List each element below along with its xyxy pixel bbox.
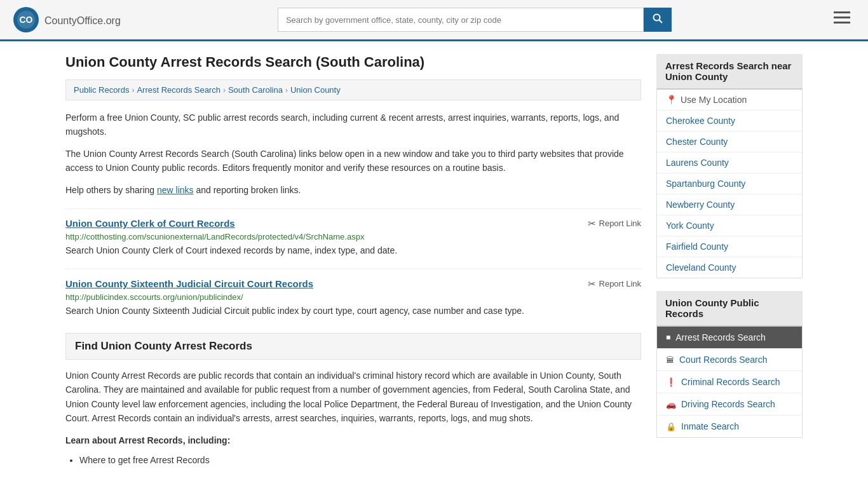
criminal-records-icon: ❗	[666, 377, 676, 387]
sidebar-pr-court-records[interactable]: 🏛 Court Records Search	[657, 349, 802, 371]
record-link-1-url: http://cotthosting.com/scunionexternal/L…	[65, 232, 641, 241]
logo-text: CountyOffice.org	[44, 13, 121, 27]
report-link-button-2[interactable]: ✂ Report Link	[588, 278, 641, 290]
sidebar-pr-driving-records[interactable]: 🚗 Driving Records Search	[657, 393, 802, 416]
sidebar-item-spartanburg-county[interactable]: Spartanburg County	[657, 173, 802, 194]
report-link-button-1[interactable]: ✂ Report Link	[588, 218, 641, 229]
description-para3: Help others by sharing new links and rep…	[65, 183, 641, 197]
breadcrumb: Public Records › Arrest Records Search ›…	[65, 79, 641, 100]
record-link-1-desc: Search Union County Clerk of Court index…	[65, 244, 641, 257]
new-links-link[interactable]: new links	[157, 185, 194, 195]
list-item: Cherokee County	[657, 111, 802, 132]
svg-rect-5	[834, 11, 850, 13]
hamburger-icon	[834, 11, 850, 24]
sidebar-item-cleveland-county[interactable]: Cleveland County	[657, 257, 802, 278]
sidebar-item-york-county[interactable]: York County	[657, 215, 802, 236]
sidebar-nearby-list: 📍 Use My Location Cherokee County Cheste…	[656, 90, 803, 278]
page-title: Union County Arrest Records Search (Sout…	[65, 54, 641, 71]
sidebar-item-chester-county[interactable]: Chester County	[657, 132, 802, 152]
list-item: Laurens County	[657, 152, 802, 173]
report-link-icon-1: ✂	[588, 218, 596, 229]
content-wrapper: Union County Arrest Records Search (Sout…	[53, 41, 815, 480]
sidebar-item-fairfield-county[interactable]: Fairfield County	[657, 236, 802, 257]
record-link-2-title[interactable]: Union County Sixteenth Judicial Circuit …	[65, 278, 313, 289]
svg-rect-6	[834, 17, 850, 18]
breadcrumb-public-records[interactable]: Public Records	[74, 85, 129, 95]
court-records-icon: 🏛	[666, 355, 674, 365]
svg-line-4	[659, 20, 662, 24]
hamburger-button[interactable]	[829, 9, 855, 30]
site-logo-icon: CO	[13, 6, 39, 33]
logo-area: CO CountyOffice.org	[13, 6, 121, 33]
list-item: Cleveland County	[657, 257, 802, 278]
record-link-1: Union County Clerk of Court Records ✂ Re…	[65, 208, 641, 257]
driving-records-icon: 🚗	[666, 400, 676, 409]
list-item: Newberry County	[657, 194, 802, 215]
description-para2: The Union County Arrest Records Search (…	[65, 147, 641, 175]
sidebar-pr-arrest-records[interactable]: ■ Arrest Records Search	[657, 327, 802, 349]
sidebar-public-records-list: ■ Arrest Records Search 🏛 Court Records …	[656, 327, 803, 438]
record-link-2: Union County Sixteenth Judicial Circuit …	[65, 269, 641, 318]
sidebar-item-newberry-county[interactable]: Newberry County	[657, 194, 802, 215]
description-area: Perform a free Union County, SC public a…	[65, 111, 641, 197]
inmate-search-icon: 🔒	[666, 422, 676, 431]
breadcrumb-arrest-records-search[interactable]: Arrest Records Search	[137, 85, 220, 95]
sidebar-public-records-section: Union County Public Records ■ Arrest Rec…	[656, 291, 803, 438]
site-header: CO CountyOffice.org	[0, 0, 868, 41]
pin-icon: 📍	[666, 95, 677, 105]
find-section-learn-list: Where to get free Arrest Records	[65, 455, 641, 465]
list-item: Fairfield County	[657, 236, 802, 257]
svg-text:CO: CO	[20, 15, 33, 25]
find-section-learn-heading: Learn about Arrest Records, including:	[65, 433, 641, 447]
search-bar	[278, 8, 672, 32]
sidebar-pr-criminal-records[interactable]: ❗ Criminal Records Search	[657, 371, 802, 393]
find-section-heading: Find Union County Arrest Records	[75, 340, 632, 353]
list-item: Where to get free Arrest Records	[79, 455, 641, 465]
sidebar-item-laurens-county[interactable]: Laurens County	[657, 152, 802, 173]
search-icon	[653, 13, 663, 24]
arrest-records-icon: ■	[666, 333, 670, 342]
svg-point-3	[653, 15, 660, 21]
sidebar-pr-inmate-search[interactable]: 🔒 Inmate Search	[657, 416, 802, 437]
find-section-content: Union County Arrest Records are public r…	[65, 369, 641, 465]
svg-rect-7	[834, 22, 850, 24]
sidebar-public-records-heading: Union County Public Records	[656, 291, 803, 327]
record-link-2-desc: Search Union County Sixteenth Judicial C…	[65, 304, 641, 318]
list-item: York County	[657, 215, 802, 236]
find-section-heading-box: Find Union County Arrest Records	[65, 333, 641, 360]
search-button[interactable]	[644, 8, 672, 32]
sidebar-item-cherokee-county[interactable]: Cherokee County	[657, 111, 802, 131]
list-item: Spartanburg County	[657, 173, 802, 194]
sidebar-nearby-section: Arrest Records Search near Union County …	[656, 54, 803, 278]
sidebar-nearby-heading: Arrest Records Search near Union County	[656, 54, 803, 90]
breadcrumb-union-county[interactable]: Union County	[290, 85, 341, 95]
list-item: Chester County	[657, 132, 802, 152]
sidebar: Arrest Records Search near Union County …	[656, 54, 803, 468]
record-link-1-title[interactable]: Union County Clerk of Court Records	[65, 218, 235, 229]
record-link-2-url: http://publicindex.sccourts.org/union/pu…	[65, 292, 641, 302]
main-content: Union County Arrest Records Search (Sout…	[65, 54, 641, 468]
search-input[interactable]	[278, 8, 644, 32]
description-para1: Perform a free Union County, SC public a…	[65, 111, 641, 139]
sidebar-item-use-location: 📍 Use My Location	[657, 90, 802, 111]
find-section-para1: Union County Arrest Records are public r…	[65, 369, 641, 426]
breadcrumb-south-carolina[interactable]: South Carolina	[228, 85, 283, 95]
report-link-icon-2: ✂	[588, 278, 596, 290]
